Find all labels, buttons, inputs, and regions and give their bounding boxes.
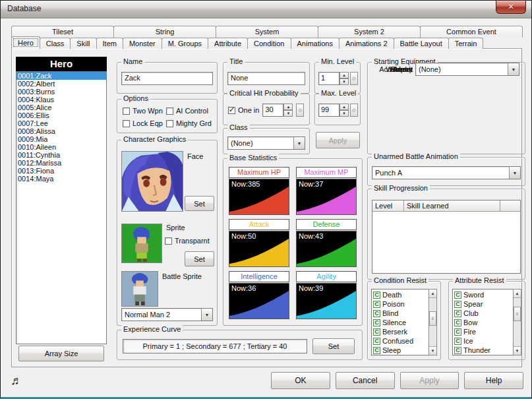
hero-list-item[interactable]: 0003:Burns: [16, 88, 106, 96]
critical-checkbox[interactable]: One in: [228, 106, 259, 114]
condition-resist-item[interactable]: C Poison: [372, 299, 429, 309]
title-input[interactable]: None: [227, 72, 305, 85]
scroll-down-icon[interactable]: ▼: [514, 346, 521, 355]
class-dropdown[interactable]: (None) ▼: [227, 137, 305, 150]
tab-bottom[interactable]: Terrain: [448, 38, 484, 49]
battle-sprite-dropdown[interactable]: Normal Man 2 ▼: [121, 308, 213, 321]
attribute-resist-item[interactable]: C Club: [453, 309, 513, 318]
equipment-dropdown[interactable]: (None) ▼: [415, 63, 519, 76]
tab-bottom[interactable]: Animations 2: [339, 38, 394, 49]
hero-list-item[interactable]: 0012:Marissa: [16, 159, 106, 167]
critical-spinner[interactable]: 30 ▲ ▼: [262, 104, 293, 117]
max-level-value[interactable]: 99: [318, 104, 340, 117]
chevron-down-icon[interactable]: ▼: [508, 63, 519, 75]
array-size-button[interactable]: Array Size: [18, 346, 104, 361]
stat-curve-chart[interactable]: Now:37: [296, 179, 357, 215]
hero-list-item[interactable]: 0006:Ellis: [16, 111, 106, 119]
scrollbar-track[interactable]: ≡: [429, 298, 436, 346]
stat-curve-chart[interactable]: Now:50: [229, 231, 289, 267]
sprite-set-button[interactable]: Set: [185, 251, 214, 266]
spin-down-icon[interactable]: ▼: [340, 110, 349, 117]
chevron-down-icon[interactable]: ▼: [293, 137, 305, 149]
tab-bottom[interactable]: Class: [40, 38, 71, 49]
min-level-value[interactable]: 1: [318, 72, 340, 85]
hero-list-item[interactable]: 0014:Maya: [16, 175, 106, 183]
min-level-var-button[interactable]: ◇: [350, 72, 358, 85]
condition-resist-item[interactable]: C Blind: [372, 309, 429, 318]
tab-top[interactable]: System: [216, 26, 318, 38]
hero-list-item[interactable]: 0009:Mia: [16, 135, 106, 143]
attribute-resist-item[interactable]: C Sword: [453, 290, 513, 299]
hero-list-item[interactable]: 0008:Alissa: [16, 127, 106, 135]
stat-curve-chart[interactable]: Now:43: [296, 231, 357, 267]
unarmed-animation-dropdown[interactable]: Punch A ▼: [372, 166, 521, 179]
close-button[interactable]: ✕: [496, 1, 526, 14]
tab-bottom[interactable]: Item: [96, 38, 123, 49]
attribute-resist-scrollbar[interactable]: ▲ ≡ ▼: [513, 289, 521, 355]
sprite-image[interactable]: [121, 224, 162, 263]
cancel-button[interactable]: Cancel: [336, 372, 395, 389]
stat-curve-chart[interactable]: Now:39: [296, 283, 357, 319]
scrollbar-thumb[interactable]: ≡: [514, 307, 521, 321]
title-bar[interactable]: Database ✕: [1, 1, 531, 18]
attribute-resist-item[interactable]: C Spear: [453, 299, 513, 309]
attribute-resist-item[interactable]: C Ice: [453, 336, 513, 346]
spin-up-icon[interactable]: ▲: [340, 72, 349, 78]
hero-list-item[interactable]: 0001:Zack: [16, 72, 106, 80]
tab-bottom[interactable]: Hero: [11, 36, 40, 49]
attribute-resist-item[interactable]: C Bow: [453, 318, 513, 327]
attribute-resist-item[interactable]: C Thunder: [453, 346, 513, 355]
ok-button[interactable]: OK: [271, 372, 330, 389]
hero-list-item[interactable]: 0011:Cynthia: [16, 151, 106, 159]
spin-up-icon[interactable]: ▲: [283, 104, 293, 110]
option-checkbox[interactable]: Lock Eqp: [123, 119, 166, 127]
name-input[interactable]: Zack: [121, 72, 213, 85]
scroll-up-icon[interactable]: ▲: [429, 290, 436, 298]
scrollbar-thumb[interactable]: ≡: [429, 311, 436, 326]
condition-resist-item[interactable]: C Death: [372, 290, 429, 299]
spin-down-icon[interactable]: ▼: [340, 78, 349, 85]
scrollbar-track[interactable]: ≡: [514, 298, 521, 346]
option-checkbox[interactable]: AI Control: [166, 107, 216, 115]
hero-list-item[interactable]: 0005:Alice: [16, 104, 106, 111]
critical-value[interactable]: 30: [262, 104, 283, 117]
max-level-var-button[interactable]: ◇: [350, 104, 358, 117]
face-set-button[interactable]: Set: [185, 196, 214, 211]
tab-bottom[interactable]: Condition: [247, 38, 291, 49]
option-checkbox[interactable]: Mighty Grd: [166, 119, 216, 127]
transparent-checkbox[interactable]: Transparnt: [165, 237, 210, 245]
hero-list-item[interactable]: 0010:Aileen: [16, 143, 106, 151]
condition-resist-item[interactable]: C Silence: [372, 318, 429, 327]
critical-var-button[interactable]: ◇: [296, 104, 304, 117]
condition-resist-item[interactable]: C Berserk: [372, 327, 429, 336]
spin-up-icon[interactable]: ▲: [340, 104, 349, 110]
hero-list-item[interactable]: 0013:Fiona: [16, 167, 106, 175]
hero-list-item[interactable]: 0002:Albert: [16, 80, 106, 88]
chevron-down-icon[interactable]: ▼: [509, 167, 520, 179]
tab-bottom[interactable]: Skill: [70, 38, 96, 49]
condition-resist-item[interactable]: C Sleep: [372, 346, 429, 355]
tab-top[interactable]: String: [113, 26, 216, 38]
hero-list-item[interactable]: 0004:Klaus: [16, 96, 106, 104]
condition-resist-item[interactable]: C Confused: [372, 336, 429, 346]
apply-button[interactable]: Apply: [400, 372, 459, 389]
tab-bottom[interactable]: Attribute: [208, 38, 248, 49]
tab-top[interactable]: Common Event: [420, 26, 523, 38]
option-checkbox[interactable]: Two Wpn: [123, 107, 166, 115]
tab-bottom[interactable]: Battle Layout: [394, 38, 449, 49]
hero-list-item[interactable]: 0007:Lee: [16, 119, 106, 127]
tab-top[interactable]: System 2: [318, 26, 421, 38]
experience-set-button[interactable]: Set: [312, 338, 355, 354]
class-apply-button[interactable]: Apply: [316, 132, 360, 148]
stat-curve-chart[interactable]: Now:385: [229, 179, 289, 215]
max-level-spinner[interactable]: 99 ▲ ▼: [318, 104, 349, 117]
battle-sprite-image[interactable]: [121, 271, 158, 307]
condition-resist-scrollbar[interactable]: ▲ ≡ ▼: [429, 289, 437, 355]
chevron-down-icon[interactable]: ▼: [201, 309, 212, 321]
help-button[interactable]: Help: [464, 372, 523, 389]
scroll-down-icon[interactable]: ▼: [429, 346, 436, 355]
scroll-up-icon[interactable]: ▲: [514, 290, 521, 298]
spin-down-icon[interactable]: ▼: [283, 110, 293, 117]
attribute-resist-item[interactable]: C Fire: [453, 327, 513, 336]
skill-table-body[interactable]: [372, 212, 520, 273]
